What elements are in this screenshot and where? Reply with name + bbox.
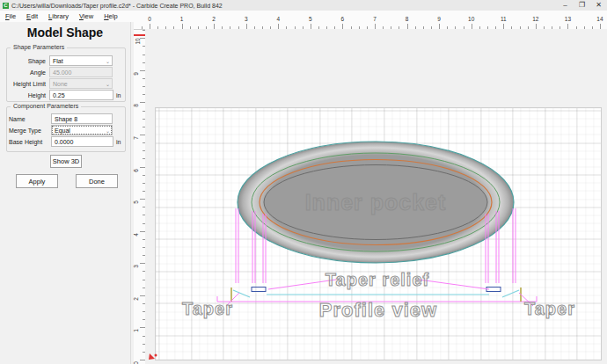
minimize-button[interactable]: – xyxy=(557,0,574,11)
menu-file[interactable]: File xyxy=(0,12,21,20)
app-icon: C xyxy=(3,3,9,9)
name-field[interactable]: Shape 8 xyxy=(51,113,113,124)
menu-edit[interactable]: Edit xyxy=(21,12,43,20)
ruler-number: 4 xyxy=(276,16,280,22)
page-title: Model Shape xyxy=(0,25,130,40)
angle-field: 45.000 xyxy=(49,67,113,77)
ruler-number: 9 xyxy=(133,72,139,76)
ruler-number: 1 xyxy=(180,16,184,22)
origin-marker-icon xyxy=(149,353,157,360)
chevron-down-icon: ⌄ xyxy=(106,81,110,87)
ruler-number: 3 xyxy=(245,16,248,22)
shape-parameters-legend: Shape Parameters xyxy=(11,44,67,50)
base-height-unit: in xyxy=(113,139,125,145)
shape-label: Shape xyxy=(7,58,49,64)
ruler-limit-marker xyxy=(134,34,145,36)
shape-select-value: Flat xyxy=(53,58,63,64)
base-height-value: 0.0000 xyxy=(55,139,73,145)
ruler-number: 13 xyxy=(565,16,571,22)
maximize-button[interactable]: ❐ xyxy=(574,0,590,11)
ruler-number: 6 xyxy=(133,169,139,172)
apply-button[interactable]: Apply xyxy=(16,174,58,188)
height-label: Height xyxy=(7,92,49,98)
profile-view-label: Profile view xyxy=(319,299,437,321)
ruler-number: 3 xyxy=(133,265,139,268)
window-controls: – ❐ ✕ xyxy=(557,0,607,11)
ruler-number: 9 xyxy=(437,16,441,22)
height-limit-label: Height Limit xyxy=(7,81,49,87)
ruler-number: 2 xyxy=(212,16,216,22)
component-parameters-legend: Component Parameters xyxy=(11,103,81,109)
merge-type-label: Merge Type xyxy=(7,127,51,134)
window-title: C:/Users/willa/Downloads/Taper profile.c… xyxy=(11,3,223,9)
ruler-number: 12 xyxy=(532,16,538,22)
ruler-number: 6 xyxy=(341,16,345,22)
base-height-field[interactable]: 0.0000 xyxy=(51,136,113,147)
chevron-down-icon: ⌄ xyxy=(106,127,110,134)
height-field[interactable]: 0.25 xyxy=(49,90,113,100)
ruler-number: 10 xyxy=(135,39,141,45)
height-limit-select: None ⌄ xyxy=(49,78,113,89)
height-limit-value: None xyxy=(53,81,68,87)
name-label: Name xyxy=(7,116,51,122)
ruler-number: 10 xyxy=(468,16,474,22)
component-parameters-group: Component Parameters Name Shape 8 Merge … xyxy=(6,106,126,152)
ruler-number: 8 xyxy=(133,105,139,108)
ruler-number: 7 xyxy=(133,136,139,140)
shape-select[interactable]: Flat ⌄ xyxy=(49,55,113,66)
ruler-number: 2 xyxy=(133,297,139,301)
ruler-number: 5 xyxy=(133,200,139,204)
done-button[interactable]: Done xyxy=(76,174,118,188)
taper-left-label: Taper xyxy=(182,299,233,318)
ruler-number: 0 xyxy=(148,16,151,22)
angle-label: Angle xyxy=(7,69,49,76)
chevron-down-icon: ⌄ xyxy=(106,58,110,64)
merge-type-select[interactable]: Equal ⌄ xyxy=(51,125,113,135)
vertical-ruler: 012345678910 xyxy=(134,29,145,364)
merge-type-value: Equal xyxy=(55,127,70,134)
ruler-number: 14 xyxy=(596,16,603,22)
close-button[interactable]: ✕ xyxy=(590,0,607,11)
taper-right-label: Taper xyxy=(524,299,575,318)
height-value: 0.25 xyxy=(53,92,65,98)
menu-view[interactable]: View xyxy=(74,12,99,20)
ruler-number: 1 xyxy=(133,330,139,333)
ruler-number: 4 xyxy=(133,233,139,237)
ruler-number: 11 xyxy=(501,16,507,22)
left-taper-relief-rect xyxy=(252,288,266,292)
inner-pocket-label: Inner pocket xyxy=(305,190,447,215)
name-value: Shape 8 xyxy=(55,116,77,122)
shape-parameters-group: Shape Parameters Shape Flat ⌄ Angle 45.0… xyxy=(6,47,126,102)
height-unit: in xyxy=(113,92,125,98)
base-height-label: Base Height xyxy=(7,139,51,145)
show-3d-button[interactable]: Show 3D xyxy=(50,155,82,168)
model-drawing: Inner pocket Taper relief Taper Taper Pr… xyxy=(145,29,607,364)
horizontal-ruler: 01234567891011121314 xyxy=(134,14,607,29)
menu-library[interactable]: Library xyxy=(43,12,74,20)
taper-relief-label: Taper relief xyxy=(325,270,429,289)
ruler-number: 7 xyxy=(373,16,377,22)
right-taper-line xyxy=(502,290,519,297)
menu-help[interactable]: Help xyxy=(99,12,122,20)
model-shape-panel: Model Shape Shape Parameters Shape Flat … xyxy=(0,22,131,364)
ruler-number: 5 xyxy=(309,16,312,22)
ruler-number: 8 xyxy=(406,16,409,22)
angle-value: 45.000 xyxy=(53,69,71,76)
